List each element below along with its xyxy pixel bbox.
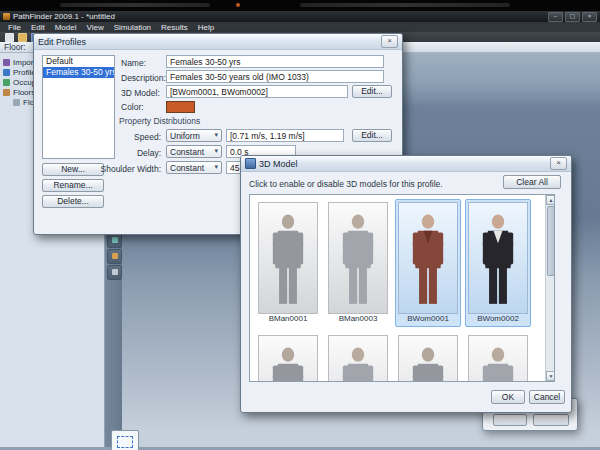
speed-value-field[interactable]: [0.71 m/s, 1.19 m/s] xyxy=(226,129,344,142)
background-window-strip xyxy=(0,0,600,11)
model-dialog: 3D Model × Click to enable or disable 3D… xyxy=(240,155,572,413)
clear-all-button[interactable]: Clear All xyxy=(503,175,561,189)
model-image xyxy=(328,335,388,382)
distributions-heading: Property Distributions xyxy=(119,116,200,126)
color-label: Color: xyxy=(121,102,144,112)
description-field[interactable]: Females 30-50 years old (IMO 1033) xyxy=(166,70,384,83)
floor-label: Floor: xyxy=(4,42,26,52)
speed-label: Speed: xyxy=(101,132,161,142)
edit-profiles-title-bar[interactable]: Edit Profiles × xyxy=(34,34,402,50)
model-image xyxy=(398,335,458,382)
menu-results[interactable]: Results xyxy=(156,23,193,32)
menu-simulation[interactable]: Simulation xyxy=(109,23,156,32)
model-image xyxy=(328,202,388,314)
delay-label: Delay: xyxy=(101,148,161,158)
model-image xyxy=(468,202,528,314)
scroll-up-icon[interactable]: ▲ xyxy=(546,195,555,205)
dialog-icon xyxy=(245,158,256,169)
background-orange-dot xyxy=(236,3,240,7)
scroll-down-icon[interactable]: ▼ xyxy=(546,371,555,381)
view-tool-icon[interactable] xyxy=(107,233,122,248)
imported-geometry-icon xyxy=(3,59,10,66)
model-thumb[interactable] xyxy=(255,332,321,382)
model-thumb-bwom0001-selected[interactable]: BWom0001 xyxy=(395,199,461,327)
chevron-down-icon: ▾ xyxy=(214,131,218,139)
model-thumb[interactable] xyxy=(465,332,531,382)
person-figure-icon xyxy=(263,209,313,313)
delay-distribution-select[interactable]: Constant▾ xyxy=(166,145,222,158)
model-grid: BMan0001 BMan0003 BWom0001 BWom0002 xyxy=(249,194,555,382)
person-figure-icon xyxy=(403,209,453,313)
person-figure-icon xyxy=(473,209,523,313)
cancel-button[interactable]: Cancel xyxy=(529,390,565,404)
model-dialog-title-bar[interactable]: 3D Model × xyxy=(241,156,571,172)
model-image xyxy=(258,335,318,382)
speed-edit-button[interactable]: Edit... xyxy=(352,129,392,142)
selection-tool-panel[interactable] xyxy=(111,430,139,450)
background-text-smudge xyxy=(300,3,510,7)
title-bar[interactable]: PathFinder 2009.1 - *untitled – ▢ × xyxy=(0,11,600,22)
close-icon[interactable]: × xyxy=(381,35,398,48)
chevron-down-icon: ▾ xyxy=(214,163,218,171)
model-field[interactable]: [BWom0001, BWom0002] xyxy=(166,85,348,98)
person-figure-icon xyxy=(263,342,313,382)
model-thumb-bman0001[interactable]: BMan0001 xyxy=(255,199,321,327)
app-icon xyxy=(3,13,10,20)
menu-model[interactable]: Model xyxy=(50,23,82,32)
model-thumb[interactable] xyxy=(395,332,461,382)
open-file-icon[interactable] xyxy=(18,33,27,42)
person-figure-icon xyxy=(403,342,453,382)
model-image xyxy=(398,202,458,314)
new-file-icon[interactable] xyxy=(5,33,14,42)
list-item[interactable]: Default xyxy=(43,56,114,67)
close-icon[interactable]: × xyxy=(550,157,567,170)
name-label: Name: xyxy=(121,58,146,68)
model-image xyxy=(258,202,318,314)
menu-bar: File Edit Model View Simulation Results … xyxy=(0,22,600,32)
model-label: 3D Model: xyxy=(121,88,160,98)
model-thumb[interactable] xyxy=(325,332,391,382)
floor-icon xyxy=(13,99,20,106)
menu-file[interactable]: File xyxy=(3,23,26,32)
close-icon[interactable]: × xyxy=(582,12,597,22)
person-figure-icon xyxy=(473,342,523,382)
person-figure-icon xyxy=(333,209,383,313)
chevron-down-icon: ▾ xyxy=(214,147,218,155)
speed-distribution-select[interactable]: Uniform▾ xyxy=(166,129,222,142)
menu-view[interactable]: View xyxy=(81,23,108,32)
selection-rect-icon xyxy=(117,436,133,448)
delete-button[interactable]: Delete... xyxy=(42,195,104,208)
profile-list[interactable]: Default Females 30-50 yrs xyxy=(42,55,115,159)
background-text-smudge xyxy=(60,3,210,7)
fragment-button[interactable] xyxy=(493,414,527,426)
instruction-text: Click to enable or disable 3D models for… xyxy=(249,179,443,189)
model-thumb-bwom0002-selected[interactable]: BWom0002 xyxy=(465,199,531,327)
pan-tool-icon[interactable] xyxy=(107,265,122,280)
window-title: PathFinder 2009.1 - *untitled xyxy=(13,12,115,21)
list-item-selected[interactable]: Females 30-50 yrs xyxy=(43,67,114,78)
dialog-title: 3D Model xyxy=(259,159,298,169)
scrollbar-thumb[interactable] xyxy=(547,206,555,276)
model-edit-button[interactable]: Edit... xyxy=(352,85,392,98)
color-swatch[interactable] xyxy=(166,101,195,113)
orbit-tool-icon[interactable] xyxy=(107,249,122,264)
scrollbar[interactable]: ▲ ▼ xyxy=(545,195,555,381)
ok-button[interactable]: OK xyxy=(491,390,525,404)
dialog-title: Edit Profiles xyxy=(38,37,86,47)
shoulder-width-label: Shoulder Width: xyxy=(89,164,161,174)
desktop: PathFinder 2009.1 - *untitled – ▢ × File… xyxy=(0,0,600,450)
name-field[interactable]: Females 30-50 yrs xyxy=(166,55,384,68)
occupants-icon xyxy=(3,79,10,86)
model-image xyxy=(468,335,528,382)
rename-button[interactable]: Rename... xyxy=(42,179,104,192)
shoulder-distribution-select[interactable]: Constant▾ xyxy=(166,161,222,174)
model-thumb-bman0003[interactable]: BMan0003 xyxy=(325,199,391,327)
person-figure-icon xyxy=(333,342,383,382)
minimize-icon[interactable]: – xyxy=(548,12,563,22)
floors-icon xyxy=(3,89,10,96)
menu-help[interactable]: Help xyxy=(193,23,219,32)
maximize-icon[interactable]: ▢ xyxy=(565,12,580,22)
menu-edit[interactable]: Edit xyxy=(26,23,50,32)
profiles-icon xyxy=(3,69,10,76)
fragment-button[interactable] xyxy=(533,414,569,426)
